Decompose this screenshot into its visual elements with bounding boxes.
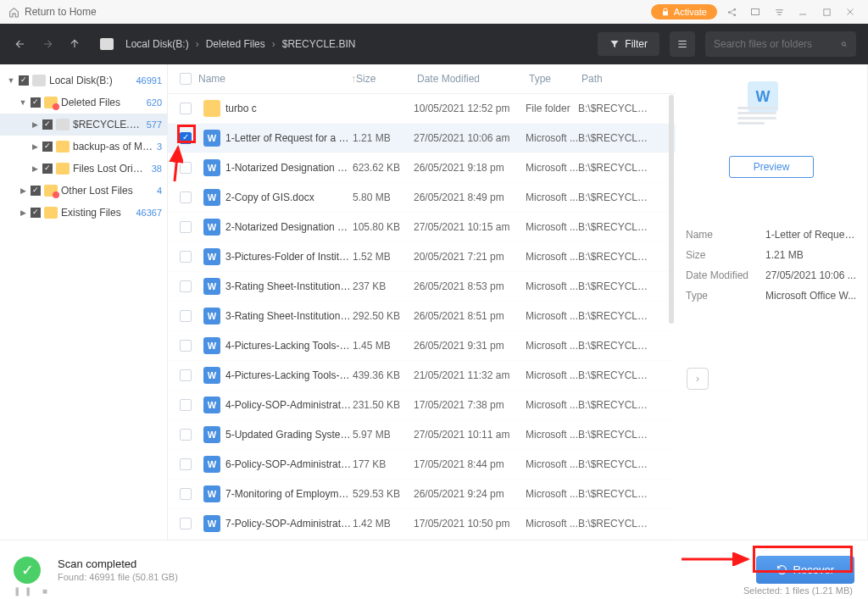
row-checkbox[interactable] (180, 488, 192, 500)
row-checkbox[interactable] (180, 132, 192, 144)
tree-checkbox[interactable] (42, 141, 53, 152)
tree-checkbox[interactable] (31, 208, 41, 218)
filter-button[interactable]: Filter (598, 32, 659, 56)
menu-icon[interactable] (770, 3, 788, 21)
file-type: Microsoft ... (526, 280, 578, 292)
file-path: B:\$RECYCLE.BIN (578, 518, 651, 530)
minimize-icon[interactable] (793, 3, 812, 21)
svg-point-5 (842, 42, 845, 45)
row-checkbox[interactable] (180, 458, 192, 470)
pause-stop-controls[interactable]: ❚❚ ■ (14, 586, 52, 596)
tree-checkbox[interactable] (42, 164, 53, 174)
triangle-right-icon[interactable]: ▶ (19, 208, 27, 217)
tree-item[interactable]: ▶$RECYCLE.BIN577 (0, 114, 167, 136)
nav-forward-button[interactable] (39, 36, 56, 53)
tree-item[interactable]: ▶Other Lost Files4 (0, 180, 167, 202)
search-input[interactable] (714, 38, 841, 50)
file-size: 5.80 MB (353, 191, 414, 203)
svg-point-1 (733, 8, 736, 10)
tree-item-label: Other Lost Files (61, 185, 153, 197)
file-row[interactable]: W1-Notarized Designation of TE...623.62 … (168, 153, 676, 183)
word-doc-icon: W (203, 278, 220, 295)
tree-checkbox[interactable] (31, 186, 41, 196)
breadcrumb-part[interactable]: $RECYCLE.BIN (282, 38, 356, 50)
row-checkbox[interactable] (180, 399, 192, 411)
word-doc-icon: W (203, 159, 220, 176)
file-row[interactable]: W1-Letter of Request for a Stam...1.21 M… (168, 124, 676, 153)
file-row[interactable]: W2-Copy of GIS.docx5.80 MB26/05/2021 8:4… (168, 183, 676, 213)
window-icon[interactable] (746, 3, 765, 21)
recover-button[interactable]: Recover (756, 556, 854, 584)
file-date: 26/05/2021 8:49 pm (414, 191, 526, 203)
file-row[interactable]: W7-Monitoring of Employment o...529.53 K… (168, 480, 676, 509)
folder-icon (44, 207, 58, 219)
triangle-right-icon[interactable]: ▶ (19, 186, 27, 195)
row-checkbox[interactable] (180, 251, 192, 263)
share-icon[interactable] (722, 3, 741, 21)
maximize-icon[interactable] (817, 3, 836, 21)
column-date[interactable]: Date Modified (417, 73, 529, 85)
file-type: Microsoft ... (526, 399, 578, 411)
tree-item[interactable]: ▶backup-as of May 20213 (0, 136, 167, 158)
row-checkbox[interactable] (180, 221, 192, 233)
row-checkbox[interactable] (180, 340, 192, 352)
breadcrumb-part[interactable]: Deleted Files (206, 38, 265, 50)
tree-item[interactable]: ▶Files Lost Original Direct...38 (0, 158, 167, 180)
vertical-scrollbar[interactable] (669, 95, 674, 324)
file-path: B:\$RECYCLE.BIN (578, 221, 651, 233)
triangle-right-icon[interactable]: ▶ (31, 142, 39, 151)
file-row[interactable]: W6-Policy-SOP-Administration of...177 KB… (168, 450, 676, 480)
row-checkbox[interactable] (180, 429, 192, 441)
word-doc-icon: W (203, 308, 220, 324)
file-row[interactable]: W4-Pictures-Lacking Tools-Equip...1.45 M… (168, 331, 676, 361)
file-row[interactable]: W2-Notarized Designation of Lia...105.80… (168, 213, 676, 242)
return-home-button[interactable]: Return to Home (8, 6, 97, 18)
file-row[interactable]: W4-Policy-SOP-Administration of...231.50… (168, 391, 676, 420)
triangle-right-icon[interactable]: ▶ (31, 120, 39, 129)
row-checkbox[interactable] (180, 162, 192, 174)
folder-tree: ▼Local Disk(B:)46991▼Deleted Files620▶$R… (0, 64, 168, 540)
row-checkbox[interactable] (180, 518, 192, 530)
file-row[interactable]: W3-Pictures-Folder of Institution...1.52… (168, 242, 676, 272)
column-type[interactable]: Type (529, 73, 581, 85)
row-checkbox[interactable] (180, 369, 192, 381)
file-date: 27/05/2021 10:06 am (414, 132, 526, 144)
tree-checkbox[interactable] (19, 75, 29, 86)
tree-checkbox[interactable] (31, 97, 41, 108)
return-home-label: Return to Home (25, 6, 97, 18)
file-date: 26/05/2021 8:51 pm (414, 310, 526, 322)
file-row[interactable]: W4-Pictures-Lacking Tools-Equip...439.36… (168, 361, 676, 391)
breadcrumb-part[interactable]: Local Disk(B:) (125, 38, 189, 50)
tree-item[interactable]: ▶Existing Files46367 (0, 202, 167, 224)
column-name[interactable]: Name↑ (198, 73, 356, 85)
file-row[interactable]: W3-Rating Sheet-Institutional Ass...292.… (168, 302, 676, 331)
tree-item[interactable]: ▼Deleted Files620 (0, 92, 167, 114)
search-box[interactable] (705, 31, 856, 57)
file-row[interactable]: W5-Updated Grading System-Ev...5.97 MB27… (168, 420, 676, 450)
file-row[interactable]: turbo c10/05/2021 12:52 pmFile folderB:\… (168, 94, 676, 124)
preview-button[interactable]: Preview (729, 156, 814, 178)
column-size[interactable]: Size (356, 73, 417, 85)
view-toggle-button[interactable] (670, 31, 695, 57)
file-type: Microsoft ... (526, 458, 578, 470)
tree-item[interactable]: ▼Local Disk(B:)46991 (0, 69, 167, 92)
row-checkbox[interactable] (180, 103, 192, 114)
row-checkbox[interactable] (180, 191, 192, 203)
next-preview-button[interactable]: › (687, 368, 709, 390)
triangle-right-icon[interactable]: ▶ (31, 164, 39, 173)
file-row[interactable]: W3-Rating Sheet-Institutional Ass...237 … (168, 272, 676, 302)
activate-button[interactable]: Activate (651, 4, 717, 19)
nav-up-button[interactable] (66, 36, 83, 53)
column-path[interactable]: Path (581, 73, 654, 85)
row-checkbox[interactable] (180, 280, 192, 292)
nav-back-button[interactable] (12, 36, 29, 53)
file-row[interactable]: W7-Policy-SOP-Administration of...1.42 M… (168, 509, 676, 539)
close-icon[interactable] (841, 3, 860, 21)
row-checkbox[interactable] (180, 310, 192, 322)
tree-checkbox[interactable] (42, 119, 53, 130)
preview-date: 27/05/2021 10:06 ... (765, 269, 857, 281)
word-doc-icon: W (203, 130, 220, 147)
select-all-checkbox[interactable] (180, 73, 192, 85)
triangle-down-icon[interactable]: ▼ (19, 98, 27, 107)
triangle-down-icon[interactable]: ▼ (7, 76, 15, 85)
